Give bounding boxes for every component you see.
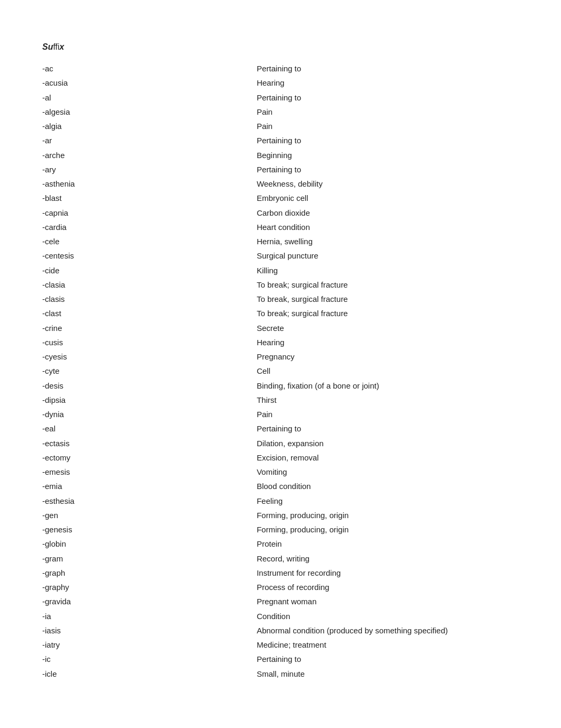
table-row: -blastEmbryonic cell [42, 191, 519, 205]
meaning-cell: Excision, removal [257, 450, 519, 465]
meaning-cell: Pain [257, 105, 519, 119]
table-row: -algiaPain [42, 119, 519, 133]
table-row: -algesiaPain [42, 105, 519, 119]
meaning-cell: Heart condition [257, 220, 519, 234]
meaning-cell: Killing [257, 263, 519, 278]
suffix-cell: -gen [42, 508, 257, 522]
suffix-cell: -ia [42, 609, 257, 623]
suffix-cell: -cusis [42, 335, 257, 349]
suffix-cell: -eal [42, 421, 257, 436]
meaning-cell: Dilation, expansion [257, 436, 519, 450]
meaning-cell: Vomiting [257, 465, 519, 479]
meaning-cell: Feeling [257, 494, 519, 508]
table-row: -icPertaining to [42, 652, 519, 666]
table-row: -gravidaPregnant woman [42, 594, 519, 609]
meaning-cell: Instrument for recording [257, 566, 519, 580]
suffix-cell: -al [42, 90, 257, 105]
table-row: -genesisForming, producing, origin [42, 522, 519, 537]
table-row: -aryPertaining to [42, 162, 519, 177]
table-row: -iaCondition [42, 609, 519, 623]
meaning-cell: Surgical puncture [257, 248, 519, 263]
meaning-cell: To break; surgical fracture [257, 306, 519, 320]
table-row: -alPertaining to [42, 90, 519, 105]
table-row: -esthesiaFeeling [42, 494, 519, 508]
meaning-cell: Hearing [257, 335, 519, 349]
meaning-cell: Cell [257, 364, 519, 378]
suffix-cell: -iatry [42, 638, 257, 652]
suffix-cell: -capnia [42, 206, 257, 220]
meaning-cell: Forming, producing, origin [257, 522, 519, 537]
table-row: -clasisTo break, surgical fracture [42, 292, 519, 306]
table-row: -genForming, producing, origin [42, 508, 519, 522]
suffix-cell: -dynia [42, 407, 257, 421]
suffix-cell: -ar [42, 133, 257, 148]
suffix-cell: -ectasis [42, 436, 257, 450]
meaning-cell: Pertaining to [257, 133, 519, 148]
table-row: -emiaBlood condition [42, 479, 519, 493]
meaning-cell: To break; surgical fracture [257, 278, 519, 292]
table-row: -gramRecord, writing [42, 551, 519, 566]
table-row: -graphInstrument for recording [42, 566, 519, 580]
meaning-cell: Carbon dioxide [257, 206, 519, 220]
meaning-cell: Process of recording [257, 580, 519, 594]
meaning-cell: Pregnancy [257, 349, 519, 364]
table-row: -emesisVomiting [42, 465, 519, 479]
table-row: -ectomyExcision, removal [42, 450, 519, 465]
meaning-cell: Hernia, swelling [257, 234, 519, 248]
suffix-cell: -desis [42, 379, 257, 393]
table-row: -capniaCarbon dioxide [42, 206, 519, 220]
suffix-cell: -ectomy [42, 450, 257, 465]
table-row: -ealPertaining to [42, 421, 519, 436]
table-row: -graphyProcess of recording [42, 580, 519, 594]
meaning-cell: Record, writing [257, 551, 519, 566]
suffix-cell: -algesia [42, 105, 257, 119]
table-row: -archeBeginning [42, 148, 519, 162]
suffix-cell: -algia [42, 119, 257, 133]
suffix-cell: -acusia [42, 76, 257, 90]
suffix-cell: -esthesia [42, 494, 257, 508]
table-row: -cideKilling [42, 263, 519, 278]
meaning-cell: Hearing [257, 76, 519, 90]
table-row: -cusisHearing [42, 335, 519, 349]
suffix-cell: -cyesis [42, 349, 257, 364]
meaning-cell: Binding, fixation (of a bone or joint) [257, 379, 519, 393]
suffix-cell: -asthenia [42, 177, 257, 191]
suffix-cell: -emia [42, 479, 257, 493]
table-row: -desisBinding, fixation (of a bone or jo… [42, 379, 519, 393]
table-row: -cyteCell [42, 364, 519, 378]
suffix-cell: -icle [42, 667, 257, 681]
suffix-cell: -gravida [42, 594, 257, 609]
table-row: -crineSecrete [42, 321, 519, 335]
suffix-cell: -graphy [42, 580, 257, 594]
meaning-cell: Condition [257, 609, 519, 623]
table-row: -dipsiaThirst [42, 393, 519, 407]
meaning-cell: Pertaining to [257, 652, 519, 666]
table-row: -acPertaining to [42, 61, 519, 76]
suffix-cell: -gram [42, 551, 257, 566]
suffix-cell: -clast [42, 306, 257, 320]
table-row: -ectasisDilation, expansion [42, 436, 519, 450]
suffix-cell: -cide [42, 263, 257, 278]
suffix-cell: -emesis [42, 465, 257, 479]
meaning-cell: Pertaining to [257, 162, 519, 177]
suffix-cell: -cardia [42, 220, 257, 234]
table-row: -cyesisPregnancy [42, 349, 519, 364]
table-row: -clasiaTo break; surgical fracture [42, 278, 519, 292]
meaning-cell: Protein [257, 537, 519, 551]
meaning-cell: Pertaining to [257, 61, 519, 76]
suffix-cell: -ic [42, 652, 257, 666]
meaning-cell: Blood condition [257, 479, 519, 493]
suffix-cell: -arche [42, 148, 257, 162]
meaning-cell: Pertaining to [257, 90, 519, 105]
page-header: Suffix [42, 42, 519, 52]
table-row: -iatryMedicine; treatment [42, 638, 519, 652]
table-row: -icleSmall, minute [42, 667, 519, 681]
suffix-table: -acPertaining to-acusiaHearing-alPertain… [42, 61, 519, 681]
suffix-cell: -dipsia [42, 393, 257, 407]
table-row: -astheniaWeekness, debility [42, 177, 519, 191]
meaning-cell: Embryonic cell [257, 191, 519, 205]
meaning-cell: To break, surgical fracture [257, 292, 519, 306]
table-row: -celeHernia, swelling [42, 234, 519, 248]
table-row: -clastTo break; surgical fracture [42, 306, 519, 320]
suffix-cell: -blast [42, 191, 257, 205]
